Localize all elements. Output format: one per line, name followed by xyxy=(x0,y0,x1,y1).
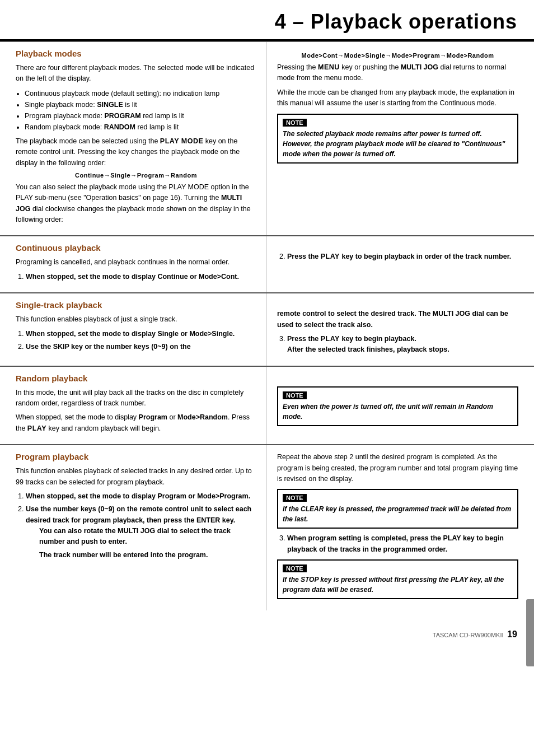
note-playback-modes: NOTE The selected playback mode remains … xyxy=(277,114,518,164)
random-left: Random playback In this mode, the unit w… xyxy=(0,367,267,445)
single-track-intro: This function enables playback of just a… xyxy=(16,314,256,325)
program-repeat-text: Repeat the above step 2 until the desire… xyxy=(277,452,518,484)
page-header: 4 – Playback operations xyxy=(0,0,534,41)
program-step1: When stopped, set the mode to display Pr… xyxy=(26,491,256,502)
list-item: Continuous playback mode (default settin… xyxy=(25,88,256,99)
playback-modes-list: Continuous playback mode (default settin… xyxy=(25,88,256,133)
brand-name: TASCAM CD-RW900MKII xyxy=(433,632,504,638)
note-text: The selected playback mode remains after… xyxy=(283,129,513,159)
section-random: Random playback In this mode, the unit w… xyxy=(0,366,534,445)
continuous-right: Press the PLAY key to begin playback in … xyxy=(267,236,534,292)
menu-return-text: Pressing the MENU key or pushing the MUL… xyxy=(277,62,518,84)
random-intro: In this mode, the unit will play back al… xyxy=(16,388,256,409)
note-program1: NOTE If the CLEAR key is pressed, the pr… xyxy=(277,489,518,529)
page-footer: TASCAM CD-RW900MKII 19 xyxy=(433,629,517,640)
program-step2: Use the number keys (0~9) on the remote … xyxy=(26,504,256,561)
note-text-program1: If the CLEAR key is pressed, the program… xyxy=(283,504,513,524)
note-label-random: NOTE xyxy=(283,391,307,399)
program-step2-note2: The track number will be entered into th… xyxy=(39,550,256,561)
note-random: NOTE Even when the power is turned off, … xyxy=(277,386,518,426)
section-title-single-track: Single-track playback xyxy=(16,300,256,310)
single-track-right: remote control to select the desired tra… xyxy=(267,293,534,366)
single-step2-cont: remote control to select the desired tra… xyxy=(277,309,518,330)
page-title: 4 – Playback operations xyxy=(17,10,517,34)
playback-modes-left: Playback modes There are four different … xyxy=(0,42,267,235)
list-item: Random playback mode: RANDOM red lamp is… xyxy=(25,122,256,133)
single-step2: Use the SKIP key or the number keys (0~9… xyxy=(26,342,256,352)
section-playback-modes: Playback modes There are four different … xyxy=(0,41,534,235)
note-text-program2: If the STOP key is pressed without first… xyxy=(283,575,513,595)
playback-modes-right: Mode>Cont→Mode>Single→Mode>Program→Mode>… xyxy=(267,42,534,235)
mode-sequence: Continue→Single→Program→Random xyxy=(16,172,256,179)
note-program2: NOTE If the STOP key is pressed without … xyxy=(277,559,518,599)
section-program: Program playback This function enables p… xyxy=(0,444,534,610)
single-track-steps-right: Press the PLAY key to begin playback. Af… xyxy=(287,334,518,356)
note-label-program2: NOTE xyxy=(283,564,307,572)
program-step2-note1: You can also rotate the MULTI JOG dial t… xyxy=(39,526,256,548)
program-steps: When stopped, set the mode to display Pr… xyxy=(26,491,256,561)
section-single-track: Single-track playback This function enab… xyxy=(0,292,534,366)
change-text: While the mode can be changed from any p… xyxy=(277,87,518,109)
page-number: 19 xyxy=(507,629,517,639)
program-steps-right: When program setting is completed, press… xyxy=(287,533,518,555)
section-title-program: Program playback xyxy=(16,452,256,461)
section-continuous: Continuous playback Programing is cancel… xyxy=(0,235,534,292)
continuous-left: Continuous playback Programing is cancel… xyxy=(0,236,267,292)
section-title-random: Random playback xyxy=(16,374,256,383)
note-text-random: Even when the power is turned off, the u… xyxy=(283,402,513,422)
single-step3-note: After the selected track finishes, playb… xyxy=(287,346,449,353)
note-label-program1: NOTE xyxy=(283,494,307,502)
section-title-playback-modes: Playback modes xyxy=(16,49,256,58)
playback-modes-intro: There are four different playback modes.… xyxy=(16,63,256,85)
continuous-step1: When stopped, set the mode to display Co… xyxy=(26,272,256,282)
list-item: Single playback mode: SINGLE is lit xyxy=(25,99,256,110)
program-left: Program playback This function enables p… xyxy=(0,445,267,610)
random-right: NOTE Even when the power is turned off, … xyxy=(267,367,534,445)
submenu-text: You can also select the playback mode us… xyxy=(16,182,256,226)
mode-path-full: Mode>Cont→Mode>Single→Mode>Program→Mode>… xyxy=(277,52,518,59)
continuous-steps: When stopped, set the mode to display Co… xyxy=(26,272,256,282)
note-label: NOTE xyxy=(283,119,307,127)
continuous-steps-right: Press the PLAY key to begin playback in … xyxy=(287,251,518,262)
single-step3: Press the PLAY key to begin playback. Af… xyxy=(287,334,518,356)
play-mode-text: The playback mode can be selected using … xyxy=(16,136,256,169)
continuous-intro: Programing is cancelled, and playback co… xyxy=(16,257,256,268)
single-track-left: Single-track playback This function enab… xyxy=(0,293,267,366)
program-step3: When program setting is completed, press… xyxy=(287,533,518,555)
program-right: Repeat the above step 2 until the desire… xyxy=(267,445,534,610)
random-body: When stopped, set the mode to display Pr… xyxy=(16,412,256,434)
section-title-continuous: Continuous playback xyxy=(16,243,256,253)
single-track-steps: When stopped, set the mode to display Si… xyxy=(26,329,256,353)
single-step1: When stopped, set the mode to display Si… xyxy=(26,329,256,339)
continuous-step2: Press the PLAY key to begin playback in … xyxy=(287,251,518,262)
list-item: Program playback mode: PROGRAM red lamp … xyxy=(25,110,256,122)
program-intro: This function enables playback of select… xyxy=(16,466,256,488)
side-tab xyxy=(526,599,534,666)
